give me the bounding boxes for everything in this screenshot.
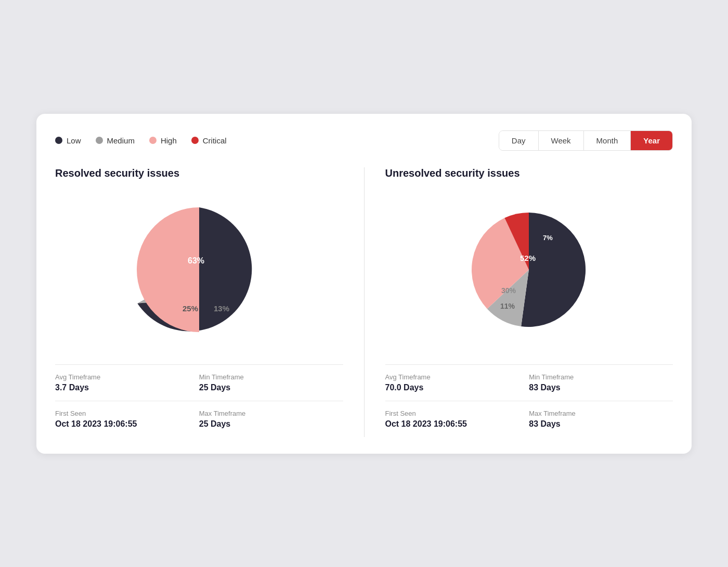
low-label: Low: [67, 136, 81, 145]
critical-dot: [191, 137, 199, 144]
time-btn-month[interactable]: Month: [584, 131, 631, 150]
main-card: Low Medium High Critical DayWeekMonthYea…: [36, 114, 692, 454]
legend-item-high: High: [149, 136, 177, 145]
unresolved-min-timeframe: Min Timeframe 83 Days: [529, 373, 673, 392]
svg-text:30%: 30%: [501, 286, 516, 295]
unresolved-max-timeframe: Max Timeframe 83 Days: [529, 410, 673, 429]
resolved-first-seen: First Seen Oct 18 2023 19:06:55: [55, 410, 199, 429]
svg-text:13%: 13%: [214, 304, 229, 313]
time-filter: DayWeekMonthYear: [499, 130, 673, 151]
unresolved-stats-row-2: First Seen Oct 18 2023 19:06:55 Max Time…: [385, 401, 673, 437]
unresolved-title: Unresolved security issues: [385, 167, 673, 179]
unresolved-stats-row-1: Avg Timeframe 70.0 Days Min Timeframe 83…: [385, 365, 673, 401]
legend-item-critical: Critical: [191, 136, 227, 145]
low-dot: [55, 137, 62, 144]
resolved-stats-row-1: Avg Timeframe 3.7 Days Min Timeframe 25 …: [55, 365, 343, 401]
svg-text:7%: 7%: [543, 234, 553, 242]
high-dot: [149, 137, 157, 144]
critical-label: Critical: [203, 136, 227, 145]
time-btn-week[interactable]: Week: [539, 131, 584, 150]
svg-text:63%: 63%: [188, 256, 204, 265]
svg-text:11%: 11%: [500, 302, 515, 310]
resolved-stats-row-2: First Seen Oct 18 2023 19:06:55 Max Time…: [55, 401, 343, 437]
resolved-chart: 63% 25% 13%: [55, 192, 343, 348]
svg-text:25%: 25%: [183, 304, 198, 313]
legend-item-medium: Medium: [96, 136, 135, 145]
resolved-title: Resolved security issues: [55, 167, 343, 179]
legend-item-low: Low: [55, 136, 81, 145]
panels: Resolved security issues 63% 25% 13: [55, 167, 673, 437]
header: Low Medium High Critical DayWeekMonthYea…: [55, 130, 673, 151]
resolved-min-timeframe: Min Timeframe 25 Days: [199, 373, 343, 392]
svg-text:52%: 52%: [520, 254, 536, 262]
unresolved-avg-timeframe: Avg Timeframe 70.0 Days: [385, 373, 529, 392]
unresolved-first-seen: First Seen Oct 18 2023 19:06:55: [385, 410, 529, 429]
time-btn-year[interactable]: Year: [631, 131, 672, 150]
unresolved-chart: 52% 11% 30% 7%: [385, 192, 673, 348]
resolved-max-timeframe: Max Timeframe 25 Days: [199, 410, 343, 429]
resolved-panel: Resolved security issues 63% 25% 13: [55, 167, 365, 437]
medium-dot: [96, 137, 103, 144]
unresolved-panel: Unresolved security issues: [365, 167, 673, 437]
resolved-avg-timeframe: Avg Timeframe 3.7 Days: [55, 373, 199, 392]
legend: Low Medium High Critical: [55, 136, 227, 145]
high-label: High: [161, 136, 177, 145]
time-btn-day[interactable]: Day: [499, 131, 539, 150]
medium-label: Medium: [107, 136, 135, 145]
unresolved-stats: Avg Timeframe 70.0 Days Min Timeframe 83…: [385, 364, 673, 437]
resolved-stats: Avg Timeframe 3.7 Days Min Timeframe 25 …: [55, 364, 343, 437]
